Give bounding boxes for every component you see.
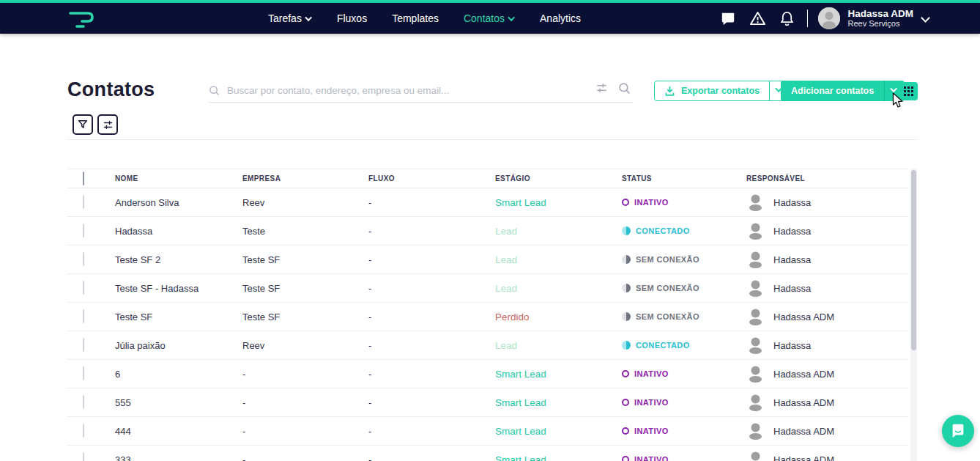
stage-label: Smart Lead — [495, 397, 546, 408]
chat-icon[interactable] — [713, 11, 743, 26]
status-icon — [622, 284, 631, 292]
table-row[interactable]: 444--Smart LeadINATIVOHadassa ADM — [67, 417, 908, 446]
nav-item-label: Tarefas — [268, 12, 302, 24]
row-checkbox[interactable] — [83, 424, 84, 438]
cell-nome[interactable]: 555 — [115, 397, 242, 408]
column-header-empresa[interactable]: EMPRESA — [242, 174, 368, 182]
stage-label: Perdido — [495, 311, 530, 322]
contacts-table: NOME EMPRESA FLUXO ESTÁGIO STATUS RESPON… — [67, 169, 908, 461]
avatar — [746, 450, 765, 461]
navbar-right: Hadassa ADM Reev Serviços — [713, 7, 929, 29]
nav-item-label: Fluxos — [337, 12, 367, 24]
owner-name: Hadassa ADM — [773, 426, 834, 437]
status-icon — [622, 312, 631, 321]
table-row[interactable]: Teste SF - HadassaTeste SF-LeadSEM CONEX… — [67, 274, 908, 303]
sliders-filter-button[interactable] — [97, 114, 118, 135]
chat-widget-button[interactable] — [942, 415, 974, 447]
column-header-status[interactable]: STATUS — [622, 174, 746, 182]
row-checkbox[interactable] — [83, 252, 84, 266]
search-submit-icon[interactable] — [618, 82, 631, 95]
table-scrollbar-thumb[interactable] — [911, 170, 916, 350]
column-header-fluxo[interactable]: FLUXO — [368, 174, 495, 182]
add-contacts-button[interactable]: Adicionar contatos — [781, 81, 884, 101]
chat-widget-icon — [950, 423, 966, 439]
row-checkbox[interactable] — [83, 309, 84, 323]
row-checkbox[interactable] — [83, 395, 84, 409]
owner-name: Hadassa — [773, 197, 811, 208]
contact-search — [209, 79, 634, 103]
bell-icon[interactable] — [772, 11, 801, 26]
nav-item-label: Contatos — [464, 12, 505, 24]
table-body: Anderson SilvaReev-Smart LeadINATIVOHada… — [67, 188, 908, 461]
grid-view-button[interactable] — [899, 82, 918, 100]
stage-label: Smart Lead — [495, 426, 546, 437]
avatar — [746, 421, 765, 440]
avatar — [746, 336, 765, 355]
status-icon — [622, 199, 629, 206]
owner-name: Hadassa — [773, 254, 811, 265]
cell-fluxo: - — [368, 397, 495, 408]
owner-name: Hadassa ADM — [773, 397, 834, 408]
table-row[interactable]: 555--Smart LeadINATIVOHadassa ADM — [67, 388, 908, 417]
nav-item-templates[interactable]: Templates — [392, 12, 439, 24]
avatar — [746, 193, 765, 212]
nav-item-contatos[interactable]: Contatos — [464, 12, 515, 24]
row-checkbox[interactable] — [83, 224, 84, 237]
column-header-estagio[interactable]: ESTÁGIO — [495, 174, 622, 182]
grid-view-icon — [904, 86, 913, 96]
table-row[interactable]: Teste SF 2Teste SF-LeadSEM CONEXÃOHadass… — [67, 246, 908, 274]
row-checkbox[interactable] — [83, 281, 84, 295]
status-label: INATIVO — [634, 427, 669, 435]
table-row[interactable]: 333--Smart LeadINATIVOHadassa ADM — [67, 446, 908, 461]
user-org: Reev Serviços — [847, 19, 913, 29]
status-label: SEM CONEXÃO — [636, 312, 699, 321]
cell-nome[interactable]: Teste SF - Hadassa — [115, 283, 242, 294]
cell-nome[interactable]: 6 — [115, 369, 242, 380]
nav-item-fluxos[interactable]: Fluxos — [337, 12, 367, 24]
stage-label: Lead — [495, 340, 517, 351]
cell-nome[interactable]: 444 — [115, 426, 242, 437]
cell-nome[interactable]: Anderson Silva — [115, 197, 242, 208]
column-header-nome[interactable]: NOME — [115, 174, 242, 182]
status-badge: SEM CONEXÃO — [622, 284, 746, 292]
reev-logo[interactable] — [66, 6, 98, 31]
cell-nome[interactable]: Júlia paixão — [115, 340, 242, 351]
owner-name: Hadassa ADM — [773, 454, 834, 461]
select-all-checkbox[interactable] — [83, 172, 84, 185]
cell-fluxo: - — [368, 369, 495, 380]
nav-item-analytics[interactable]: Analytics — [540, 12, 581, 24]
alert-icon[interactable] — [743, 11, 772, 26]
user-menu-chevron-icon[interactable] — [921, 13, 930, 23]
cell-empresa: Teste — [242, 226, 368, 237]
section-divider — [67, 139, 917, 140]
table-row[interactable]: Júlia paixãoReev-LeadCONECTADOHadassa — [67, 331, 908, 360]
advanced-filter-icon[interactable] — [595, 82, 608, 95]
row-checkbox[interactable] — [83, 338, 84, 352]
stage-label: Smart Lead — [495, 369, 546, 380]
status-label: INATIVO — [634, 455, 669, 461]
row-checkbox[interactable] — [83, 366, 84, 380]
user-avatar[interactable] — [818, 7, 840, 29]
search-input[interactable] — [227, 85, 634, 96]
cell-nome[interactable]: Teste SF — [115, 311, 242, 322]
status-icon — [622, 427, 629, 435]
cell-nome[interactable]: Hadassa — [115, 226, 242, 237]
cell-nome[interactable]: Teste SF 2 — [115, 254, 242, 265]
row-checkbox[interactable] — [83, 195, 84, 209]
user-info[interactable]: Hadassa ADM Reev Serviços — [847, 8, 913, 29]
nav-item-tarefas[interactable]: Tarefas — [268, 12, 312, 24]
main-menu: TarefasFluxosTemplatesContatosAnalytics — [268, 12, 581, 24]
status-badge: CONECTADO — [622, 226, 746, 235]
export-contacts-button[interactable]: Exportar contatos — [655, 81, 769, 100]
table-row[interactable]: Anderson SilvaReev-Smart LeadINATIVOHada… — [67, 188, 908, 217]
table-row[interactable]: HadassaTeste-LeadCONECTADOHadassa — [67, 217, 908, 246]
export-contacts-label: Exportar contatos — [681, 86, 760, 96]
row-checkbox[interactable] — [83, 452, 84, 461]
avatar — [746, 364, 765, 383]
column-header-responsavel[interactable]: RESPONSÁVEL — [746, 174, 908, 182]
table-row[interactable]: 6--Smart LeadINATIVOHadassa ADM — [67, 360, 908, 388]
cell-nome[interactable]: 333 — [115, 454, 242, 461]
stage-label: Lead — [495, 226, 517, 237]
table-row[interactable]: Teste SFTeste SF-PerdidoSEM CONEXÃOHadas… — [67, 303, 908, 331]
funnel-filter-button[interactable] — [73, 114, 93, 135]
